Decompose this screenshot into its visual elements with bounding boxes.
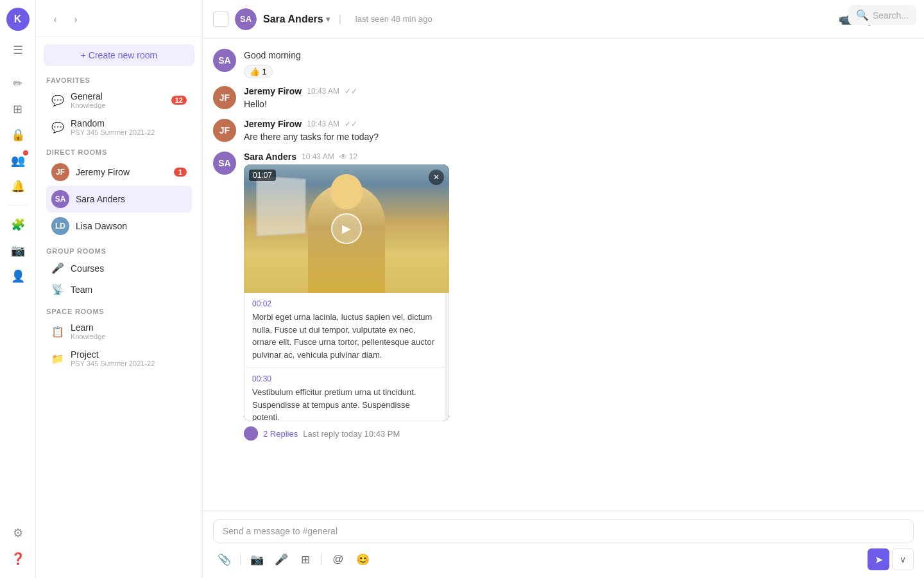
project-name: Project — [71, 349, 187, 360]
search-bar[interactable]: 🔍 Search... — [848, 5, 916, 25]
msg-avatar-jeremy2: JF — [213, 119, 236, 142]
msg-sender-3: Jeremy Firow — [244, 119, 302, 129]
toolbar-divider-1 — [240, 553, 241, 566]
msg-views-4: 👁12 — [339, 152, 357, 161]
send-expand-button[interactable]: ∨ — [892, 548, 914, 570]
msg-reaction-1[interactable]: 👍 1 — [244, 65, 273, 78]
sidebar-item-learn[interactable]: 📋 Learn Knowledge — [46, 318, 192, 345]
grid-button[interactable]: ⊞ — [295, 548, 316, 570]
nav-icon-camera[interactable]: 📷 — [6, 239, 30, 262]
general-name: General — [71, 91, 165, 101]
general-icon: 💬 — [51, 94, 64, 107]
mention-button[interactable]: @ — [327, 548, 349, 570]
nav-icon-puzzle[interactable]: 🧩 — [6, 213, 30, 236]
team-name: Team — [71, 285, 187, 295]
msg-avatar-sara2: SA — [213, 152, 236, 175]
transcript-entry-2: 00:30 Vestibulum efficitur pretium urna … — [244, 368, 445, 421]
favorites-title: FAVORITES — [46, 76, 192, 84]
sidebar-item-general[interactable]: 💬 General Knowledge 12 — [46, 87, 192, 114]
main-chat: SA Sara Anders ▾ | last seen 48 min ago … — [203, 0, 924, 578]
jeremy-avatar: JF — [51, 163, 69, 181]
sidebar-item-project[interactable]: 📁 Project PSY 345 Summer 2021-22 — [46, 345, 192, 372]
sara-avatar: SA — [51, 190, 69, 208]
nav-icon-people[interactable]: 👥 — [6, 149, 30, 172]
transcript-entry-1: 00:02 Morbi eget urna lacinia, luctus sa… — [244, 293, 445, 368]
contact-status: last seen 48 min ago — [355, 14, 432, 24]
replies-bar[interactable]: 2 Replies Last reply today 10:43 PM — [244, 426, 914, 441]
chat-contact-name[interactable]: Sara Anders ▾ — [263, 13, 330, 25]
msg-avatar-sara1: SA — [213, 49, 236, 72]
video-thumbnail: 01:07 ✕ ▶ — [244, 164, 449, 293]
msg-text-1: Good morning — [244, 49, 914, 62]
message-group-2: JF Jeremy Firow 10:43 AM ✓✓ Hello! — [213, 86, 914, 111]
checkbox-icon[interactable] — [213, 12, 228, 27]
sidebar-item-jeremy[interactable]: JF Jeremy Firow 1 — [46, 159, 192, 186]
transcript-text-1: Morbi eget urna lacinia, luctus sapien v… — [252, 311, 437, 361]
nav-icon-users[interactable]: 👤 — [6, 265, 30, 288]
msg-check-3: ✓✓ — [345, 119, 357, 128]
search-icon: 🔍 — [856, 9, 869, 21]
sidebar-item-team[interactable]: 📡 Team — [46, 279, 192, 300]
msg-header-2: Jeremy Firow 10:43 AM ✓✓ — [244, 86, 914, 96]
msg-time-2: 10:43 AM — [307, 87, 339, 96]
attachment-button[interactable]: 📎 — [213, 548, 235, 570]
message-input-area: Send a message to #general 📎 📷 🎤 ⊞ @ 😊 ➤… — [203, 511, 924, 578]
msg-content-3: Jeremy Firow 10:43 AM ✓✓ Are there any t… — [244, 119, 914, 144]
jeremy-badge: 1 — [174, 168, 187, 177]
video-transcript[interactable]: 00:02 Morbi eget urna lacinia, luctus sa… — [244, 293, 449, 421]
msg-avatar-jeremy1: JF — [213, 86, 236, 109]
message-group-3: JF Jeremy Firow 10:43 AM ✓✓ Are there an… — [213, 119, 914, 144]
message-input-placeholder: Send a message to #general — [223, 526, 338, 536]
nav-back-button[interactable]: ‹ — [46, 10, 64, 28]
nav-icon-compose[interactable]: ✏ — [6, 72, 30, 95]
learn-icon: 📋 — [51, 326, 64, 338]
nav-icon-lock[interactable]: 🔒 — [6, 123, 30, 146]
message-toolbar: 📎 📷 🎤 ⊞ @ 😊 ➤ ∨ — [213, 548, 914, 570]
nav-forward-button[interactable]: › — [67, 10, 85, 28]
nav-icon-help[interactable]: ❓ — [6, 547, 30, 570]
user-avatar[interactable]: K — [6, 8, 30, 31]
sidebar-item-lisa[interactable]: LD Lisa Dawson — [46, 213, 192, 240]
video-play-button[interactable]: ▶ — [331, 213, 362, 244]
sidebar-item-courses[interactable]: 🎤 Courses — [46, 258, 192, 279]
general-sub: Knowledge — [71, 101, 165, 109]
msg-content-2: Jeremy Firow 10:43 AM ✓✓ Hello! — [244, 86, 914, 111]
learn-sub: Knowledge — [71, 333, 187, 340]
project-sub: PSY 345 Summer 2021-22 — [71, 360, 187, 367]
replies-last: Last reply today 10:43 PM — [303, 429, 400, 439]
direct-rooms-title: DIRECT ROOMS — [46, 148, 192, 156]
msg-time-4: 10:43 AM — [302, 152, 334, 161]
video-close-button[interactable]: ✕ — [429, 170, 444, 185]
video-card[interactable]: 01:07 ✕ ▶ 00:02 Morbi eget urna lacinia,… — [244, 164, 449, 421]
nav-icon-settings[interactable]: ⚙ — [6, 521, 30, 545]
nav-icon-grid[interactable]: ⊞ — [6, 98, 30, 121]
msg-time-3: 10:43 AM — [307, 119, 339, 128]
send-button[interactable]: ➤ — [868, 548, 889, 570]
courses-icon: 🎤 — [51, 262, 64, 274]
transcript-text-2: Vestibulum efficitur pretium urna ut tin… — [252, 386, 437, 421]
msg-header-3: Jeremy Firow 10:43 AM ✓✓ — [244, 119, 914, 129]
transcript-time-1: 00:02 — [252, 299, 437, 308]
random-name: Random — [71, 118, 187, 128]
create-room-button[interactable]: + Create new room — [44, 44, 194, 66]
learn-name: Learn — [71, 322, 187, 333]
nav-icon-bell[interactable]: 🔔 — [6, 175, 30, 198]
mic-button[interactable]: 🎤 — [270, 548, 292, 570]
nav-icon-menu[interactable]: ☰ — [6, 39, 30, 62]
video-duration: 01:07 — [249, 170, 276, 181]
sidebar-item-random[interactable]: 💬 Random PSY 345 Summer 2021-22 — [46, 114, 192, 141]
sidebar-item-sara[interactable]: SA Sara Anders — [46, 186, 192, 213]
chat-contact-avatar: SA — [235, 8, 257, 30]
courses-name: Courses — [71, 263, 187, 274]
group-rooms-title: GROUP ROOMS — [46, 247, 192, 255]
msg-check-2: ✓✓ — [345, 87, 357, 96]
msg-text-3: Are there any tasks for me today? — [244, 130, 914, 144]
message-input[interactable]: Send a message to #general — [213, 519, 914, 543]
sara-name: Sara Anders — [76, 194, 187, 204]
msg-content-4: Sara Anders 10:43 AM 👁12 — [244, 152, 914, 441]
msg-sender-4: Sara Anders — [244, 152, 296, 162]
replies-count: 2 Replies — [263, 429, 298, 439]
emoji-button[interactable]: 😊 — [352, 548, 373, 570]
camera-button[interactable]: 📷 — [246, 548, 268, 570]
space-rooms-title: SPACE ROOMS — [46, 308, 192, 315]
